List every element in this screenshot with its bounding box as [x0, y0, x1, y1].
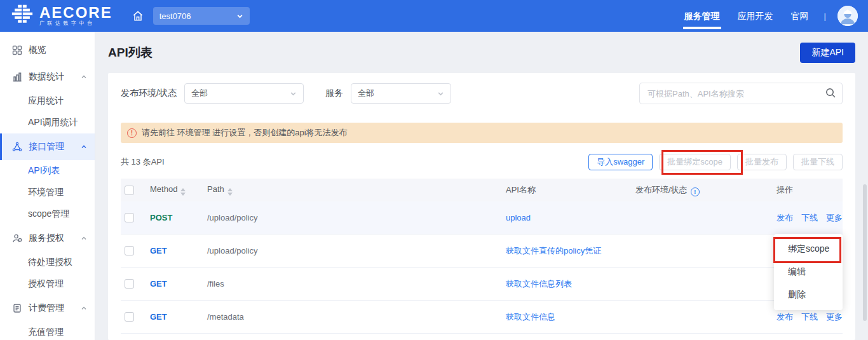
grid-icon: [11, 45, 23, 55]
table-row: GET /upload/policy 获取文件直传的policy凭证 发布 下线…: [121, 235, 843, 268]
menu-item-edit[interactable]: 编辑: [774, 261, 843, 283]
chevron-up-icon: [81, 235, 87, 241]
api-name-link[interactable]: 获取文件信息: [506, 311, 635, 323]
sidebar-item-billing-management[interactable]: 计费管理: [0, 295, 95, 322]
menu-item-bind-scope[interactable]: 绑定scope: [774, 238, 843, 261]
publish-link[interactable]: 发布: [776, 311, 793, 323]
top-header: AECORE 广联达数字中台 test0706 服务管理 应用开发 官网 |: [0, 0, 868, 32]
menu-item-delete[interactable]: 删除: [774, 283, 843, 306]
workspace-select[interactable]: test0706: [153, 7, 250, 25]
sidebar-item-api-call-statistics[interactable]: API调用统计: [0, 112, 95, 133]
method-badge: GET: [150, 246, 207, 255]
api-path: /metadata: [207, 312, 506, 322]
col-api-name: API名称: [506, 184, 635, 196]
info-icon[interactable]: !: [691, 187, 700, 196]
sidebar-item-label: 应用统计: [28, 95, 64, 107]
logo-subtitle: 广联达数字中台: [39, 20, 112, 27]
method-badge: POST: [150, 213, 207, 222]
sidebar-item-overview[interactable]: 概览: [0, 37, 95, 64]
sidebar-item-app-statistics[interactable]: 应用统计: [0, 90, 95, 112]
chevron-up-icon: [81, 74, 87, 80]
col-path[interactable]: Path: [207, 184, 506, 196]
filter-bar: 发布环境/状态 全部 服务 全部: [121, 83, 843, 104]
col-env-status: 发布环境/状态!: [635, 184, 776, 196]
env-filter-value: 全部: [191, 88, 208, 99]
sidebar-item-recharge-management[interactable]: 充值管理: [0, 322, 95, 340]
service-filter-select[interactable]: 全部: [351, 83, 451, 104]
select-all-checkbox[interactable]: [125, 186, 134, 195]
service-filter-value: 全部: [358, 88, 374, 99]
search-input[interactable]: [639, 83, 843, 104]
env-filter-select[interactable]: 全部: [184, 83, 304, 104]
sidebar: 概览 数据统计 应用统计 API调用统计 接口管理 API列表 环境管理: [0, 32, 95, 340]
logo-title: AECORE: [39, 6, 112, 20]
sort-icon[interactable]: [227, 188, 233, 196]
service-filter-label: 服务: [325, 88, 343, 99]
nav-app-development[interactable]: 应用开发: [738, 1, 773, 31]
batch-offline-button[interactable]: 批量下线: [793, 154, 843, 170]
col-method[interactable]: Method: [150, 184, 207, 196]
sidebar-item-label: API列表: [28, 165, 60, 177]
create-api-button[interactable]: 新建API: [800, 43, 855, 63]
row-checkbox[interactable]: [125, 246, 134, 255]
page-title: API列表: [108, 44, 153, 61]
batch-publish-button[interactable]: 批量发布: [737, 154, 787, 170]
table-toolbar: 共 13 条API 导入swagger 批量绑定scope 批量发布 批量下线: [121, 154, 843, 170]
batch-bind-scope-button[interactable]: 批量绑定scope: [659, 154, 731, 170]
table-row: GET /metadata 获取文件信息 发布 下线 更多: [121, 301, 843, 334]
offline-link[interactable]: 下线: [801, 311, 818, 323]
row-checkbox[interactable]: [125, 213, 134, 222]
method-badge: GET: [150, 279, 207, 289]
avatar[interactable]: [837, 6, 858, 26]
offline-link[interactable]: 下线: [801, 212, 818, 224]
sidebar-item-label: 授权管理: [28, 278, 64, 290]
sidebar-item-authorization-management[interactable]: 授权管理: [0, 273, 95, 295]
row-checkbox[interactable]: [125, 279, 134, 289]
brand-logo: AECORE 广联达数字中台: [10, 4, 112, 28]
sidebar-item-env-management[interactable]: 环境管理: [0, 182, 95, 203]
api-path: /upload/policy: [207, 246, 506, 255]
api-nodes-icon: [11, 142, 23, 152]
api-name-link[interactable]: upload: [506, 213, 635, 222]
more-link[interactable]: 更多: [826, 311, 843, 323]
aecore-logo-icon: [10, 4, 34, 28]
api-count: 共 13 条API: [121, 156, 165, 168]
home-icon[interactable]: [132, 10, 144, 22]
sidebar-item-pending-authorization[interactable]: 待处理授权: [0, 252, 95, 273]
sidebar-item-interface-management[interactable]: 接口管理: [0, 133, 95, 160]
nav-service-management[interactable]: 服务管理: [684, 1, 720, 31]
col-actions: 操作: [776, 184, 843, 196]
api-name-link[interactable]: 获取文件直传的policy凭证: [506, 245, 635, 257]
sidebar-item-label: 环境管理: [28, 187, 64, 198]
sidebar-item-scope-management[interactable]: scope管理: [0, 203, 95, 225]
sidebar-item-label: 接口管理: [29, 141, 64, 153]
nav-official-site[interactable]: 官网: [791, 1, 809, 31]
row-checkbox[interactable]: [125, 312, 134, 322]
sidebar-item-label: 服务授权: [29, 233, 64, 244]
sort-icon[interactable]: [180, 188, 186, 196]
person-auth-icon: [11, 233, 23, 243]
more-link[interactable]: 更多: [826, 212, 843, 224]
import-swagger-button[interactable]: 导入swagger: [588, 154, 653, 170]
warning-text: 请先前往 环境管理 进行设置，否则创建的api将无法发布: [142, 127, 348, 139]
sidebar-item-data-statistics[interactable]: 数据统计: [0, 64, 95, 90]
chevron-up-icon: [81, 305, 87, 311]
header-nav: 服务管理 应用开发 官网: [684, 1, 809, 31]
page-scrollbar[interactable]: [863, 184, 867, 321]
sidebar-item-label: API调用统计: [28, 117, 78, 128]
publish-link[interactable]: 发布: [776, 212, 793, 224]
sidebar-item-label: 概览: [29, 44, 46, 56]
api-path: /files: [207, 279, 506, 289]
warning-banner: ! 请先前往 环境管理 进行设置，否则创建的api将无法发布: [121, 123, 843, 143]
workspace-name: test0706: [159, 11, 191, 21]
bar-chart-icon: [11, 72, 23, 82]
chevron-down-icon: [236, 13, 243, 20]
sidebar-item-service-authorization[interactable]: 服务授权: [0, 225, 95, 252]
sidebar-item-api-list[interactable]: API列表: [0, 160, 95, 182]
sidebar-item-label: scope管理: [28, 208, 69, 220]
env-filter-label: 发布环境/状态: [121, 88, 177, 99]
table-row: POST /upload/policy upload 发布 下线 更多: [121, 201, 843, 235]
sidebar-item-label: 充值管理: [28, 327, 64, 338]
api-name-link[interactable]: 获取文件信息列表: [506, 278, 635, 290]
sidebar-item-label: 数据统计: [29, 71, 64, 83]
